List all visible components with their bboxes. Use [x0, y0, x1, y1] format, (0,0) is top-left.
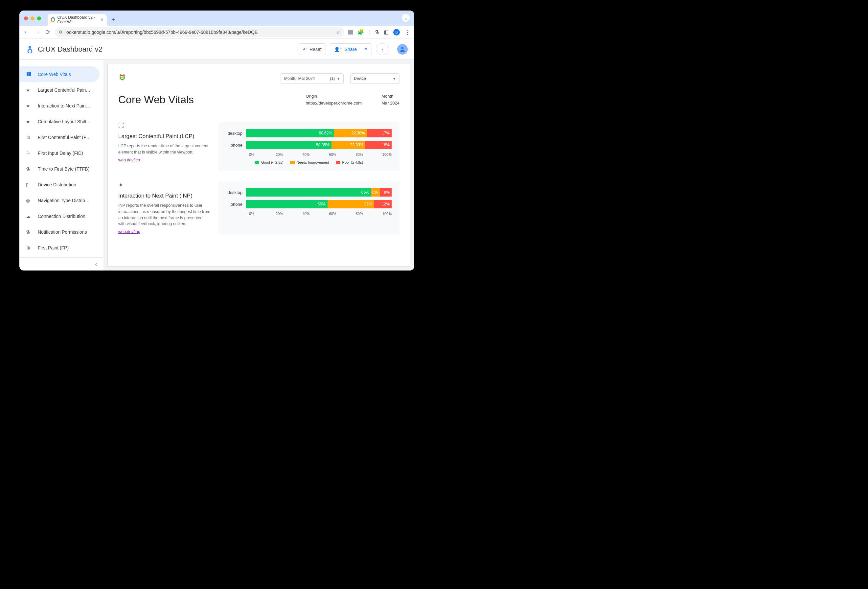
bar-segment-good: 60.62%: [246, 129, 334, 138]
looker-studio-logo-icon: [26, 45, 34, 53]
sidebar-item-time-to-first-byte-ttfb[interactable]: ⚗Time to First Byte (TTFB): [19, 161, 100, 177]
sidebar-item-core-web-vitals[interactable]: Core Web Vitals: [19, 67, 100, 82]
share-dropdown-icon[interactable]: ▼: [361, 47, 368, 51]
sidebar-item-label: Core Web Vitals: [38, 72, 71, 77]
omnibox[interactable]: ⚙ lookerstudio.google.com/u/0/reporting/…: [55, 27, 344, 37]
metric-description: INP reports the overall responsiveness t…: [118, 203, 210, 227]
sidebar-item-label: Largest Contentful Pain…: [38, 87, 90, 93]
month-label: Month: [381, 94, 400, 99]
app-header: CrUX Dashboard v2 ↶ Reset 👤⁺ Share ▼ ⋮: [19, 39, 414, 60]
sidebar-collapse-button[interactable]: ‹: [19, 258, 103, 271]
sidebar-item-notification-permissions[interactable]: ⚗Notification Permissions: [19, 224, 100, 240]
axis-tick: 40%: [302, 152, 329, 157]
axis-tick: 20%: [276, 152, 302, 157]
sidebar: Core Web Vitals★Largest Contentful Pain……: [19, 60, 103, 271]
month-filter-value: Mar 2024: [298, 76, 315, 81]
tab-strip: CrUX Dashboard v2 › Core W… × + ⌄: [19, 10, 414, 26]
sidebar-item-first-paint-fp[interactable]: 🗎First Paint (FP): [19, 240, 100, 256]
minimize-window-icon[interactable]: [31, 16, 34, 21]
dropdown-arrow-icon: ▼: [393, 77, 396, 80]
kebab-icon: ⋮: [380, 47, 385, 52]
url-text: lookerstudio.google.com/u/0/reporting/bb…: [65, 30, 258, 35]
bar-segment-poor: 17%: [367, 129, 392, 138]
legend-item-poor: Poor (≥ 4.0s): [336, 160, 363, 164]
legend-swatch-icon: [255, 161, 259, 164]
chevron-left-icon: ‹: [95, 261, 97, 267]
metric-info: ✦Interaction to Next Paint (INP)INP repo…: [118, 181, 210, 234]
chart-bar-row: phone58.85%23.33%18%: [226, 141, 392, 149]
sidebar-item-cumulative-layout-shift[interactable]: ★Cumulative Layout Shift…: [19, 114, 100, 130]
browser-tab[interactable]: CrUX Dashboard v2 › Core W… ×: [48, 14, 107, 26]
month-value: Mar 2024: [381, 101, 400, 105]
axis-tick: 60%: [329, 212, 356, 216]
chart-bar-row: phone56%32%12%: [226, 200, 392, 209]
sidebar-item-label: First Contentful Paint (F…: [38, 135, 91, 140]
bar-category-label: phone: [226, 143, 246, 148]
sidebar-item-largest-contentful-pain[interactable]: ★Largest Contentful Pain…: [19, 82, 100, 98]
undo-icon: ↶: [303, 47, 307, 52]
chart-axis: 0%20%40%60%80%100%: [249, 152, 392, 157]
sidebar-item-device-distribution[interactable]: ▯Device Distribution: [19, 177, 100, 192]
report-canvas: Month: Mar 2024 (1) ▼ Device ▼ Core Web …: [103, 60, 414, 271]
metric-doc-link[interactable]: web.dev/inp: [118, 229, 140, 234]
bar-segment-ni: 22.38%: [334, 129, 367, 138]
side-panel-icon[interactable]: ◧: [384, 29, 389, 35]
extension-icon[interactable]: [348, 30, 353, 34]
sidebar-item-label: Navigation Type Distrib…: [38, 198, 90, 203]
origin-meta: Origin https://developer.chrome.com: [306, 94, 362, 106]
device-filter[interactable]: Device ▼: [350, 73, 400, 84]
bookmark-star-icon[interactable]: ☆: [336, 30, 340, 35]
metric-info: ⛶Largest Contentful Paint (LCP)LCP repor…: [118, 122, 210, 171]
sidebar-item-label: Notification Permissions: [38, 229, 87, 235]
sidebar-item-interaction-to-next-pain[interactable]: ★Interaction to Next Pain…: [19, 98, 100, 114]
compass-icon: ◎: [26, 198, 32, 203]
chrome-menu-icon[interactable]: ⋮: [404, 29, 410, 36]
flask-icon: ⚗: [26, 229, 32, 235]
bar-category-label: phone: [226, 202, 246, 207]
doc-icon: 🗎: [26, 135, 32, 140]
new-tab-button[interactable]: +: [109, 15, 118, 24]
back-button[interactable]: ←: [23, 29, 30, 36]
metric-title: Interaction to Next Paint (INP): [118, 192, 210, 199]
sidebar-item-label: Time to First Byte (TTFB): [38, 166, 89, 172]
fullscreen-icon: ⛶: [118, 122, 210, 129]
bar-category-label: desktop: [226, 190, 246, 195]
close-window-icon[interactable]: [24, 16, 28, 21]
bar-segment-poor: 12%: [374, 200, 392, 209]
month-filter[interactable]: Month: Mar 2024 (1) ▼: [280, 73, 344, 84]
site-settings-icon[interactable]: ⚙: [59, 30, 63, 34]
metric-doc-link[interactable]: web.dev/lcp: [118, 158, 140, 162]
axis-tick: 80%: [356, 212, 382, 216]
reload-button[interactable]: ⟳: [44, 29, 51, 36]
dashboard-icon: [26, 71, 32, 78]
sidebar-item-first-input-delay-fid[interactable]: ⚐First Input Delay (FID): [19, 145, 100, 161]
bar-track: 60.62%22.38%17%: [246, 129, 392, 138]
svg-rect-6: [27, 74, 29, 76]
metric-title: Largest Contentful Paint (LCP): [118, 133, 210, 140]
sidebar-item-first-contentful-paint-f[interactable]: 🗎First Contentful Paint (F…: [19, 130, 100, 145]
month-filter-label: Month:: [284, 76, 296, 81]
account-avatar[interactable]: [397, 44, 408, 55]
tab-title: CrUX Dashboard v2 › Core W…: [58, 15, 98, 24]
axis-tick: 100%: [382, 212, 392, 216]
cursor-click-icon: ✦: [118, 181, 210, 189]
maximize-window-icon[interactable]: [37, 16, 41, 21]
metric-chart: desktop60.62%22.38%17%phone58.85%23.33%1…: [218, 122, 400, 171]
share-button[interactable]: 👤⁺ Share ▼: [330, 43, 372, 55]
phone-icon: ▯: [26, 182, 32, 187]
share-label: Share: [345, 47, 357, 52]
page-title: Core Web Vitals: [118, 94, 194, 106]
legend-item-ni: Needs Improvement: [290, 160, 329, 164]
extensions-menu-icon[interactable]: 🧩: [357, 29, 364, 35]
tab-overflow-button[interactable]: ⌄: [402, 14, 410, 22]
profile-avatar[interactable]: B: [393, 29, 400, 36]
reset-label: Reset: [310, 47, 322, 52]
sidebar-item-navigation-type-distrib[interactable]: ◎Navigation Type Distrib…: [19, 192, 100, 209]
sidebar-item-connection-distribution[interactable]: ☁Connection Distribution: [19, 209, 100, 224]
reset-button[interactable]: ↶ Reset: [299, 43, 326, 55]
doc-icon: 🗎: [26, 245, 32, 250]
web-vitals-logo-icon: [118, 73, 126, 81]
tab-close-icon[interactable]: ×: [100, 17, 103, 23]
labs-icon[interactable]: ⚗: [375, 29, 379, 35]
more-options-button[interactable]: ⋮: [376, 43, 389, 55]
